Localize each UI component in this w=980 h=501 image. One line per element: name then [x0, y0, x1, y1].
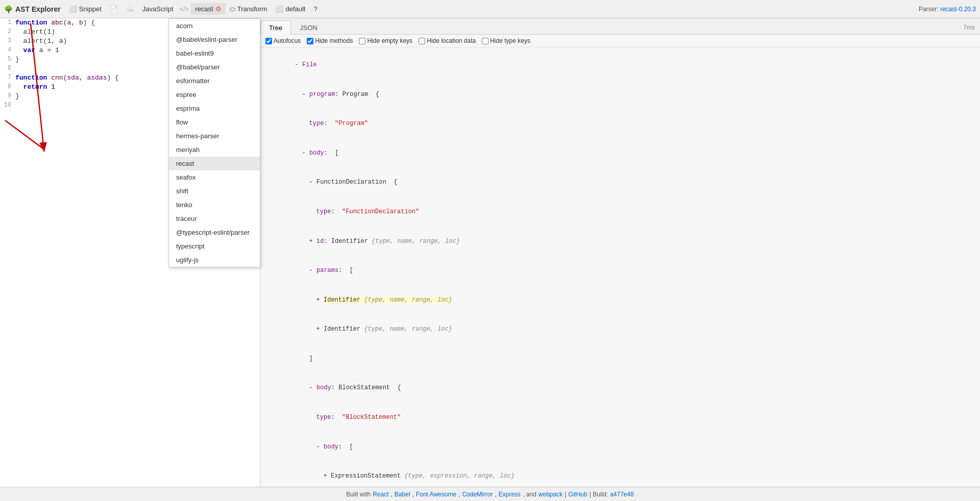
tree-id: + id: Identifier {type, name, range, loc…: [265, 227, 975, 256]
parser-option-recast[interactable]: recast: [169, 157, 260, 170]
footer-webpack-link[interactable]: webpack: [538, 491, 562, 498]
help-icon: ?: [314, 5, 317, 13]
autofocus-checkbox[interactable]: Autofocus: [265, 37, 301, 44]
tab-tree[interactable]: Tree: [260, 20, 291, 35]
ast-timing: 7ms: [958, 21, 980, 34]
tree-program: - program: Program {: [265, 80, 975, 110]
footer-fontawesome-link[interactable]: Font Awesome: [416, 491, 456, 498]
tree-param-1-highlighted: + Identifier {type, name, range, loc}: [265, 286, 975, 315]
parser-option-hermes[interactable]: hermes-parser: [169, 129, 260, 143]
parser-option-uglify[interactable]: uglify-js: [169, 253, 260, 267]
gear-icon: ⚙: [215, 5, 222, 13]
topbar: 🌳 AST Explorer ⬜ Snippet 📄 ☁️ JavaScript…: [0, 0, 980, 18]
brand-text: AST Explorer: [15, 5, 61, 13]
upload-icon: 📄: [110, 5, 118, 13]
tree-func-decl: - FunctionDeclaration {: [265, 168, 975, 197]
tree-func-decl-type: type: "FunctionDeclaration": [265, 197, 975, 227]
language-button[interactable]: JavaScript: [138, 3, 178, 15]
parser-option-traceur[interactable]: traceur: [169, 212, 260, 226]
default-label: ⬜: [275, 5, 283, 13]
tree-param-2: + Identifier {type, name, range, loc}: [265, 315, 975, 344]
tree-file: - File: [265, 51, 975, 80]
parser-option-tenko[interactable]: tenko: [169, 198, 260, 212]
hide-methods-checkbox[interactable]: Hide methods: [307, 37, 353, 44]
parser-option-meriyah[interactable]: meriyah: [169, 143, 260, 157]
upload-button[interactable]: 📄: [106, 3, 122, 15]
parser-option-esprima[interactable]: esprima: [169, 102, 260, 115]
parser-option-babel-eslint9[interactable]: babel-eslint9: [169, 46, 260, 60]
ast-toolbar: Autofocus Hide methods Hide empty keys H…: [260, 35, 980, 47]
parser-option-typescript[interactable]: typescript: [169, 239, 260, 253]
parser-option-seafox[interactable]: seafox: [169, 170, 260, 184]
tree-expr-stmt-1: + ExpressionStatement {type, expression,…: [265, 462, 975, 487]
parser-version-link[interactable]: recast-0.20.3: [940, 6, 976, 13]
footer-codemirror-link[interactable]: CodeMirror: [462, 491, 493, 498]
help-button[interactable]: ?: [310, 3, 322, 15]
tree-body-block: - body: BlockStatement {: [265, 373, 975, 403]
default-button[interactable]: ⬜ default: [271, 3, 309, 15]
parser-option-shift[interactable]: shift: [169, 184, 260, 198]
tab-json[interactable]: JSON: [291, 20, 326, 35]
footer-build-hash[interactable]: a477e48: [610, 491, 634, 498]
brand-icon: 🌳: [4, 5, 13, 13]
parser-button[interactable]: recast ⚙: [191, 3, 225, 15]
hide-location-data-checkbox[interactable]: Hide location data: [419, 37, 476, 44]
ast-panel: Tree JSON 7ms Autofocus Hide methods Hid…: [260, 18, 980, 487]
ast-tabs: Tree JSON 7ms: [260, 18, 980, 35]
parser-option-esformatter[interactable]: esformatter: [169, 74, 260, 88]
footer: Built with React, Babel, Font Awesome, C…: [0, 487, 980, 501]
footer-react-link[interactable]: React: [373, 491, 388, 498]
parser-option-acorn[interactable]: acorn: [169, 19, 260, 33]
parser-option-flow[interactable]: flow: [169, 115, 260, 129]
tree-params-close: ]: [265, 344, 975, 374]
snippet-button[interactable]: ⬜ Snippet: [65, 3, 106, 15]
hide-empty-keys-checkbox[interactable]: Hide empty keys: [359, 37, 412, 44]
footer-babel-link[interactable]: Babel: [395, 491, 410, 498]
tree-block-type: type: "BlockStatement": [265, 403, 975, 433]
parser-option-espree[interactable]: espree: [169, 88, 260, 102]
parser-info: Parser: recast-0.20.3: [919, 6, 976, 13]
parser-dropdown: acorn @babel/eslint-parser babel-eslint9…: [168, 18, 260, 267]
snippet-icon: ⬜: [69, 5, 77, 13]
footer-github-link[interactable]: GitHub: [568, 491, 587, 498]
footer-text: Built with: [346, 491, 371, 498]
tree-params: - params: [: [265, 256, 975, 286]
transform-toggle[interactable]: ⬭ Transform: [226, 3, 272, 15]
tree-program-type: type: "Program": [265, 109, 975, 139]
parser-info-label: Parser:: [919, 6, 940, 13]
language-label: JavaScript: [142, 5, 174, 13]
toggle-icon: ⬭: [230, 5, 235, 13]
parser-option-babel-eslint-parser[interactable]: @babel/eslint-parser: [169, 33, 260, 46]
parser-option-babel-parser[interactable]: @babel/parser: [169, 60, 260, 74]
cloud-icon: ☁️: [126, 5, 134, 13]
parser-option-typescript-eslint[interactable]: @typescript-eslint/parser: [169, 226, 260, 239]
ast-tree-content[interactable]: - File - program: Program { type: "Progr…: [260, 47, 980, 487]
hide-type-keys-checkbox[interactable]: Hide type keys: [482, 37, 530, 44]
cloud-button[interactable]: ☁️: [122, 3, 138, 15]
tree-block-body: - body: [: [265, 432, 975, 462]
separator: </>: [180, 5, 189, 13]
transform-label: Transform: [237, 5, 267, 13]
snippet-label: Snippet: [79, 5, 102, 13]
footer-separator: |: [565, 491, 566, 498]
main-area: 1 function abc(a, b) { 2 alert(1) 3 aler…: [0, 18, 980, 487]
parser-label: recast: [195, 5, 213, 13]
tree-body: - body: [: [265, 139, 975, 168]
brand-logo: 🌳 AST Explorer: [4, 5, 61, 13]
footer-express-link[interactable]: Express: [499, 491, 521, 498]
footer-build-label: | Build:: [590, 491, 608, 498]
